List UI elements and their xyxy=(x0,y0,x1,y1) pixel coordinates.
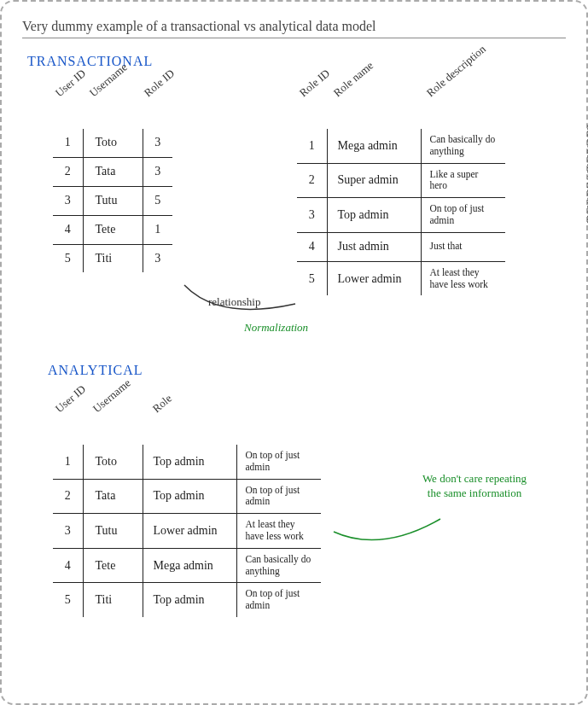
cell: Can basically do anything xyxy=(421,128,506,163)
cell: On top of just admin xyxy=(236,479,322,514)
cell: Toto xyxy=(83,444,143,479)
col-header: Role ID xyxy=(142,67,177,100)
users-table-wrap: User ID Username Role ID 1Toto3 2Tata3 3… xyxy=(51,127,174,274)
cell: 4 xyxy=(296,232,327,261)
cell: 3 xyxy=(143,157,173,186)
roles-table-headers: Role ID Role name Role description xyxy=(295,86,507,100)
cell: 3 xyxy=(143,128,173,157)
table-row: 1Toto3 xyxy=(52,128,173,157)
transactional-section: User ID Username Role ID 1Toto3 2Tata3 3… xyxy=(22,78,566,359)
cell: On top of just admin xyxy=(236,444,322,479)
cell: Top admin xyxy=(327,198,421,233)
cell: Tete xyxy=(83,215,143,244)
cell: 3 xyxy=(143,244,173,273)
cell: On top of just admin xyxy=(236,583,322,618)
cell: 4 xyxy=(52,215,83,244)
cell: Top admin xyxy=(143,479,236,514)
repeat-annotation-l2: the same information xyxy=(428,487,521,499)
cell: Tata xyxy=(83,157,143,186)
cell: Titi xyxy=(83,583,143,618)
users-table: 1Toto3 2Tata3 3Tutu5 4Tete1 5Titi3 xyxy=(51,127,174,274)
cell: Just that xyxy=(421,232,506,261)
cell: At least they have less work xyxy=(236,514,322,549)
cell: Tutu xyxy=(83,514,143,549)
repeat-annotation-l1: We don't care repeating xyxy=(422,472,527,485)
cell: 2 xyxy=(296,163,327,198)
roles-table-wrap: Role ID Role name Role description 1Mega… xyxy=(295,127,507,297)
table-row: 5Lower adminAt least they have less work xyxy=(296,261,506,296)
table-row: 4TeteMega adminCan basically do anything xyxy=(52,548,322,583)
cell: 5 xyxy=(296,261,327,296)
cell: 1 xyxy=(143,215,173,244)
cell: 3 xyxy=(296,198,327,233)
table-row: 2TataTop adminOn top of just admin xyxy=(52,479,322,514)
cell: Titi xyxy=(83,244,143,273)
repeat-annotation: We don't care repeating the same informa… xyxy=(406,472,543,501)
cell: 4 xyxy=(52,548,83,583)
relationship-label: relationship xyxy=(208,295,260,309)
cell: 3 xyxy=(52,514,83,549)
cell: Tete xyxy=(83,548,143,583)
normalization-label: Normalization xyxy=(244,321,308,335)
cell: Just admin xyxy=(327,232,421,261)
table-row: 3TutuLower adminAt least they have less … xyxy=(52,514,322,549)
table-row: 3Top adminOn top of just admin xyxy=(296,198,506,233)
cell: 2 xyxy=(52,479,83,514)
table-row: 5Titi3 xyxy=(52,244,173,273)
col-header: User ID xyxy=(53,67,88,100)
col-header: User ID xyxy=(53,381,90,416)
section-analytical-label: ANALYTICAL xyxy=(48,363,566,378)
col-header: Role ID xyxy=(297,67,332,100)
table-row: 3Tutu5 xyxy=(52,186,173,215)
annotation-connector xyxy=(329,506,457,557)
page-title: Very dummy example of a transactional vs… xyxy=(22,19,566,34)
table-row: 5TitiTop adminOn top of just admin xyxy=(52,583,322,618)
analytical-table-headers: User ID Username Role xyxy=(51,402,323,416)
cell: Top admin xyxy=(143,444,236,479)
cell: On top of just admin xyxy=(421,198,506,233)
cell: 5 xyxy=(52,583,83,618)
cell: Like a super hero xyxy=(421,163,506,198)
cell: 1 xyxy=(296,128,327,163)
cell: Tata xyxy=(83,479,143,514)
cell: Can basically do anything xyxy=(236,548,322,583)
analytical-table-wrap: User ID Username Role 1TotoTop adminOn t… xyxy=(51,443,323,619)
section-transactional-label: TRANSACTIONAL xyxy=(27,54,566,69)
col-header: Role xyxy=(150,350,224,416)
table-row: 4Just adminJust that xyxy=(296,232,506,261)
cell: Tutu xyxy=(83,186,143,215)
cell: Mega admin xyxy=(327,128,421,163)
cell: 2 xyxy=(52,157,83,186)
cell: Super admin xyxy=(327,163,421,198)
table-row: 4Tete1 xyxy=(52,215,173,244)
cell: Top admin xyxy=(143,583,236,618)
table-row: 1TotoTop adminOn top of just admin xyxy=(52,444,322,479)
roles-table: 1Mega adminCan basically do anything 2Su… xyxy=(295,127,507,297)
cell: Lower admin xyxy=(143,514,236,549)
title-underline xyxy=(22,38,566,38)
cell: 3 xyxy=(52,186,83,215)
cell: 5 xyxy=(143,186,173,215)
table-row: 1Mega adminCan basically do anything xyxy=(296,128,506,163)
cell: At least they have less work xyxy=(421,261,506,296)
table-row: 2Tata3 xyxy=(52,157,173,186)
users-table-headers: User ID Username Role ID xyxy=(51,86,174,100)
cell: 1 xyxy=(52,444,83,479)
table-row: 2Super adminLike a super hero xyxy=(296,163,506,198)
diagram-frame: Very dummy example of a transactional vs… xyxy=(0,0,588,705)
analytical-table: 1TotoTop adminOn top of just admin 2Tata… xyxy=(51,443,323,619)
cell: Mega admin xyxy=(143,548,236,583)
cell: 5 xyxy=(52,244,83,273)
cell: Lower admin xyxy=(327,261,421,296)
col-header xyxy=(236,350,310,416)
cell: Toto xyxy=(83,128,143,157)
cell: 1 xyxy=(52,128,83,157)
watermark: thecodeshewrites.com xyxy=(584,125,588,224)
